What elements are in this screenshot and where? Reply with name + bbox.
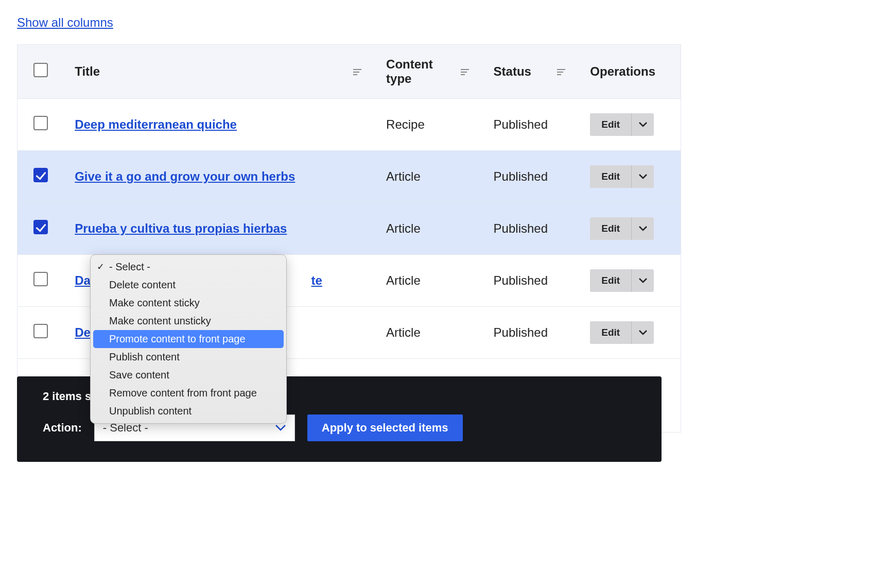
chevron-down-icon	[638, 226, 648, 232]
action-label: Action:	[43, 421, 82, 435]
dropdown-option[interactable]: Make content sticky	[91, 294, 286, 312]
column-header-title-label: Title	[75, 64, 100, 79]
chevron-down-icon	[275, 424, 286, 431]
status-cell: Published	[482, 99, 579, 151]
dropdown-option[interactable]: Remove content from front page	[91, 384, 286, 402]
sort-icon	[557, 64, 567, 79]
edit-button[interactable]: Edit	[590, 217, 631, 240]
table-row: Give it a go and grow your own herbs Art…	[18, 151, 681, 203]
dropdown-option[interactable]: Delete content	[91, 276, 286, 294]
status-cell: Published	[482, 307, 579, 359]
edit-dropdown-toggle[interactable]	[631, 165, 654, 188]
dropdown-option[interactable]: Save content	[91, 366, 286, 384]
status-cell: Published	[482, 151, 579, 203]
column-header-content-type[interactable]: Content type	[375, 45, 482, 99]
table-row: Deep mediterranean quiche Recipe Publish…	[18, 99, 681, 151]
action-dropdown-menu: - Select - Delete content Make content s…	[90, 254, 287, 424]
column-header-title[interactable]: Title	[63, 45, 375, 99]
dropdown-option[interactable]: Unpublish content	[91, 402, 286, 420]
content-type-cell: Article	[375, 307, 482, 359]
dropdown-option[interactable]: Make content unsticky	[91, 312, 286, 330]
chevron-down-icon	[638, 174, 648, 180]
select-all-checkbox[interactable]	[33, 63, 48, 77]
chevron-down-icon	[638, 122, 648, 128]
edit-dropdown-toggle[interactable]	[631, 321, 654, 344]
row-checkbox[interactable]	[33, 168, 48, 182]
content-title-link[interactable]: Give it a go and grow your own herbs	[75, 169, 295, 183]
content-title-link[interactable]: Deep mediterranean quiche	[75, 117, 237, 131]
content-title-link-end[interactable]: te	[311, 273, 322, 288]
content-type-cell: Article	[375, 151, 482, 203]
dropdown-option[interactable]: Promote content to front page	[93, 330, 284, 348]
edit-dropdown-toggle[interactable]	[631, 113, 654, 136]
row-checkbox[interactable]	[33, 220, 48, 234]
sort-icon	[353, 64, 363, 79]
status-cell: Published	[482, 203, 579, 255]
row-checkbox[interactable]	[33, 324, 48, 338]
table-row: Prueba y cultiva tus propias hierbas Art…	[18, 203, 681, 255]
dropdown-option[interactable]: - Select -	[91, 258, 286, 276]
sort-icon	[461, 64, 471, 79]
column-header-operations: Operations	[579, 45, 681, 99]
content-type-cell: Article	[375, 255, 482, 307]
dropdown-option[interactable]: Publish content	[91, 348, 286, 366]
edit-button[interactable]: Edit	[590, 113, 631, 136]
content-title-link[interactable]: Prueba y cultiva tus propias hierbas	[75, 221, 287, 235]
chevron-down-icon	[638, 330, 648, 336]
content-title-link[interactable]: Da	[75, 273, 91, 287]
edit-button[interactable]: Edit	[590, 269, 631, 292]
row-checkbox[interactable]	[33, 272, 48, 286]
status-cell: Published	[482, 255, 579, 307]
edit-dropdown-toggle[interactable]	[631, 217, 654, 240]
row-checkbox[interactable]	[33, 116, 48, 130]
edit-button[interactable]: Edit	[590, 165, 631, 188]
edit-dropdown-toggle[interactable]	[631, 269, 654, 292]
chevron-down-icon	[638, 278, 648, 284]
column-header-content-type-label: Content type	[386, 57, 453, 86]
content-type-cell: Recipe	[375, 99, 482, 151]
edit-button[interactable]: Edit	[590, 321, 631, 344]
content-title-link[interactable]: De	[75, 325, 91, 339]
show-all-columns-link[interactable]: Show all columns	[17, 15, 113, 30]
column-header-select	[18, 45, 64, 99]
column-header-status[interactable]: Status	[482, 45, 579, 99]
content-type-cell: Article	[375, 203, 482, 255]
apply-button[interactable]: Apply to selected items	[307, 414, 463, 441]
column-header-status-label: Status	[494, 64, 531, 79]
